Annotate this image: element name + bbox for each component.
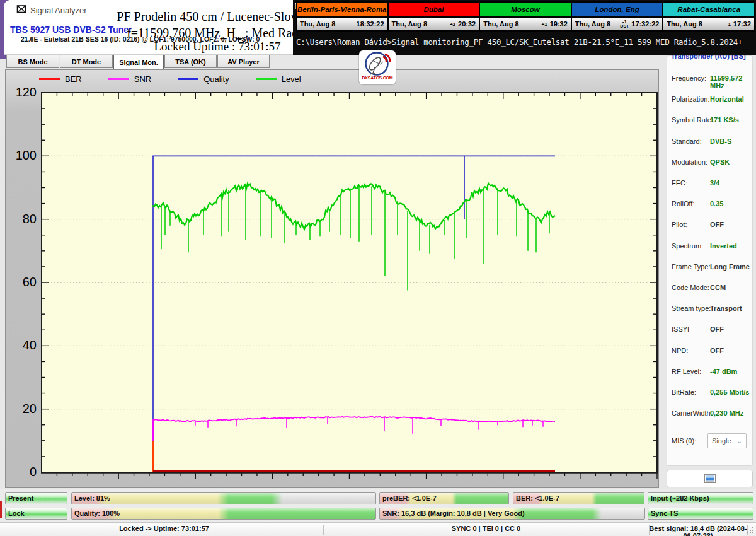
signal-chart-svg (40, 91, 659, 487)
indicator-bar: Quality: 100% (71, 508, 376, 520)
clock-time-row: Thu, Aug 8+220:32 (389, 18, 479, 30)
transponder-row: Frequency:11599,572 MHz (667, 69, 753, 90)
clock-date: Thu, Aug 8 (392, 20, 427, 28)
clock-date: Thu, Aug 8 (575, 20, 610, 28)
tab-dt-mode[interactable]: DT Mode (60, 55, 113, 68)
clock-city: London, Eng (572, 3, 663, 18)
transponder-row: FEC:3/4 (667, 173, 753, 194)
y-axis-tick-label: 0 (5, 465, 37, 479)
transponder-row: RF Level:-47 dBm (667, 362, 753, 383)
world-clocks: Berlin-Paris-Vienna-RomaThu, Aug 818:32:… (296, 1, 755, 32)
clock-cell: MoscowThu, Aug 8+119:32 (479, 1, 571, 32)
logo-text: DXSATCS.COM (362, 76, 392, 80)
clock-date: Thu, Aug 8 (300, 20, 335, 28)
transponder-row: Pilot:OFF (667, 215, 753, 236)
transponder-row-label: Code Mode: (672, 284, 709, 291)
transponder-row-value: CCM (710, 284, 726, 291)
transponder-row: Stream type:Transport (667, 299, 753, 320)
y-axis-tick-label: 100 (5, 148, 37, 163)
overlay-frequency: f=11599,760 MHz_H_ : Med Radio (127, 26, 308, 40)
transponder-row-value: 171 KS/s (710, 116, 739, 124)
clock-cell: DubaiThu, Aug 8+220:32 (388, 1, 480, 32)
transponder-row: NPD:OFF (667, 341, 753, 362)
mis-dropdown[interactable]: Single ⌄ (707, 433, 747, 448)
list-icon (704, 474, 716, 483)
transponder-row-label: Stream type: (672, 305, 711, 312)
indicator-bar-label: preBER: <1.0E-7 (382, 493, 437, 504)
transponder-row: Spectrum:Inverted (667, 236, 753, 257)
legend-label: SNR (134, 74, 151, 84)
indicator-bar: Sync TS (648, 508, 753, 520)
transponder-row-label: RollOff: (672, 200, 694, 207)
transponder-row-value: 3/4 (710, 179, 719, 187)
transponder-row-value: 0.35 (710, 200, 723, 207)
transponder-row-label: RF Level: (672, 368, 701, 375)
transponder-row-label: Frame Type: (672, 263, 711, 271)
clock-time: 17:32:22 (631, 20, 659, 28)
indicator-bar: BER: <1.0E-7 (513, 492, 644, 504)
window-title: Signal Analyzer (30, 6, 87, 15)
clock-city: Dubai (389, 3, 479, 18)
indicator-bar-label: Present (8, 493, 33, 504)
y-axis-tick-label: 40 (5, 338, 37, 352)
indicator-bar-label: Level: 81% (74, 493, 110, 504)
transponder-row-label: Polarization: (672, 95, 710, 103)
clock-time-row: Thu, Aug 8-1DST17:32:22 (572, 18, 663, 30)
clock-time: 18:32:22 (357, 20, 384, 28)
export-button[interactable] (667, 470, 753, 487)
transponder-row-value: OFF (710, 347, 724, 354)
tab-tsa[interactable]: TSA (OK) (164, 55, 217, 68)
indicator-bar-label: Sync TS (651, 508, 678, 519)
clock-time-row: Thu, Aug 818:32:22 (297, 18, 387, 30)
y-axis-tick-label: 60 (5, 275, 37, 289)
y-axis-tick-label: 120 (5, 85, 37, 100)
tab-bs-mode[interactable]: BS Mode (6, 55, 59, 68)
transponder-row-label: Frequency: (672, 74, 706, 82)
transponder-row: CarrierWidth:0,230 MHz (667, 404, 753, 424)
transponder-row-value: Long Frame (710, 263, 750, 271)
status-sync: SYNC 0 | TEI 0 | CC 0 (323, 525, 649, 532)
clock-time: 19:32 (550, 20, 568, 28)
transponder-row-value: 0,255 Mbit/s (710, 388, 749, 396)
legend-label: Quality (203, 74, 229, 84)
status-best-signal: Best signal: 18,4 dB (2024-08-06 07:23) (649, 525, 747, 536)
resize-grip[interactable] (747, 527, 755, 535)
transponder-row-label: BitRate: (672, 388, 696, 396)
legend-swatch-level (256, 78, 277, 80)
mis-label: MIS (0): (672, 437, 696, 445)
clock-cell: Rabat-CasablancaThu, Aug 8-117:32 (663, 1, 755, 32)
satellite-dish-icon (361, 50, 394, 77)
clock-utc-offset: +2 (450, 22, 455, 26)
tab-av-player[interactable]: AV Player (217, 55, 270, 68)
console-prompt: C:\Users\Roman Dávid>Signal monitoring_P… (296, 37, 742, 47)
transponder-row-label: NPD: (672, 347, 688, 354)
signal-chart (40, 91, 659, 489)
tuner-name: TBS 5927 USB DVB-S2 Tuner (10, 25, 132, 35)
indicator-bar: Input (~282 Kbps) (648, 492, 753, 504)
clock-utc-offset: +1 (542, 22, 547, 26)
clock-cell: Berlin-Paris-Vienna-RomaThu, Aug 818:32:… (296, 1, 388, 32)
clock-time-row: Thu, Aug 8-117:32 (663, 18, 754, 30)
overlay-dish-location: PF Prodelin 450 cm / Lucenec-Slovakia (117, 9, 318, 24)
transponder-row: ISSYIOFF (667, 320, 753, 341)
transponder-row: Frame Type:Long Frame (667, 257, 753, 278)
legend-swatch-snr (108, 78, 129, 80)
chart-legend: BERSNRQualityLevel (39, 74, 328, 84)
transponder-row: Polarization:Horizontal (667, 90, 753, 110)
tab-signal-mon[interactable]: Signal Mon. (113, 55, 164, 69)
legend-label: Level (282, 74, 301, 84)
clock-date: Thu, Aug 8 (483, 20, 518, 28)
transponder-row-label: Pilot: (672, 221, 687, 228)
transponder-panel: Transponder (AU) [BS] Frequency:11599,57… (667, 55, 753, 466)
transponder-row-value: OFF (710, 221, 724, 228)
screen: Signal Analyzer TBS 5927 USB DVB-S2 Tune… (0, 0, 756, 536)
y-axis-tick-label: 20 (5, 402, 37, 416)
indicator-bar: preBER: <1.0E-7 (379, 492, 509, 504)
transponder-row: RollOff:0.35 (667, 194, 753, 215)
indicator-bar: Present (5, 492, 67, 504)
transponder-row-value: QPSK (710, 158, 730, 166)
clock-time: 20:32 (458, 20, 476, 28)
indicator-bar-label: BER: <1.0E-7 (516, 493, 559, 504)
transponder-row: BitRate:0,255 Mbit/s (667, 383, 753, 404)
legend-swatch-quality (178, 78, 198, 80)
